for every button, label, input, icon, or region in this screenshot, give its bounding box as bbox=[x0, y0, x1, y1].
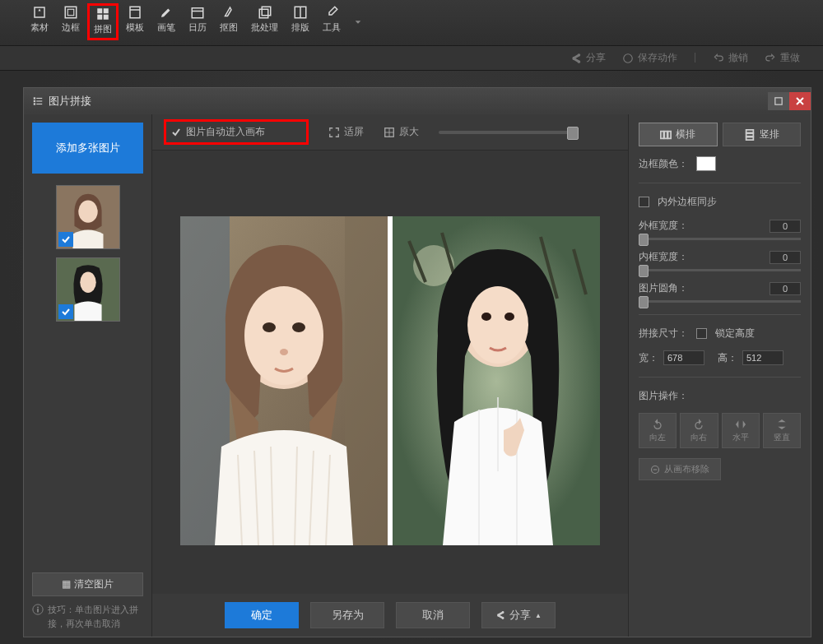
vertical-icon bbox=[744, 129, 756, 141]
image-op-buttons: 向左 向右 水平 竖直 bbox=[639, 413, 801, 448]
horizontal-icon bbox=[660, 129, 672, 141]
svg-rect-17 bbox=[36, 98, 42, 99]
outer-width-row: 外框宽度： 0 bbox=[639, 219, 801, 240]
dialog-titlebar: 图片拼接 bbox=[24, 88, 811, 114]
svg-rect-9 bbox=[192, 8, 203, 18]
save-action[interactable]: 保存动作 bbox=[622, 51, 677, 65]
sync-border-row[interactable]: 内外边框同步 bbox=[639, 195, 801, 209]
inner-width-value[interactable]: 0 bbox=[770, 251, 801, 264]
svg-rect-5 bbox=[97, 15, 102, 20]
inner-width-row: 内框宽度： 0 bbox=[639, 250, 801, 271]
auto-enter-checkbox[interactable]: 图片自动进入画布 bbox=[164, 119, 309, 145]
svg-rect-22 bbox=[775, 98, 782, 104]
share-icon bbox=[570, 53, 582, 64]
svg-rect-16 bbox=[34, 97, 35, 99]
corner-row: 图片圆角： 0 bbox=[639, 281, 801, 303]
remove-from-canvas-button[interactable]: 从画布移除 bbox=[639, 458, 721, 480]
svg-rect-53 bbox=[746, 133, 753, 137]
canvas-area[interactable] bbox=[152, 151, 628, 594]
rotate-left-button[interactable]: 向左 bbox=[639, 413, 677, 448]
tool-dropdown[interactable] bbox=[348, 3, 368, 40]
undo-icon bbox=[713, 53, 724, 64]
corner-value[interactable]: 0 bbox=[770, 282, 801, 295]
vertical-tab[interactable]: 竖排 bbox=[723, 123, 802, 146]
save-as-button[interactable]: 另存为 bbox=[310, 602, 384, 628]
inner-width-slider[interactable] bbox=[639, 269, 801, 271]
close-button[interactable] bbox=[789, 92, 811, 110]
flip-h-icon bbox=[734, 418, 747, 431]
tool-calendar[interactable]: 日历 bbox=[183, 3, 212, 40]
sync-checkbox[interactable] bbox=[639, 197, 649, 207]
rotate-right-button[interactable]: 向右 bbox=[680, 413, 718, 448]
tool-cutout[interactable]: 抠图 bbox=[214, 3, 244, 40]
canvas-toolbar: 图片自动进入画布 适屏 原大 bbox=[152, 114, 628, 151]
tool-template[interactable]: 模板 bbox=[120, 3, 150, 40]
share-icon bbox=[495, 610, 505, 620]
svg-point-42 bbox=[280, 349, 288, 355]
svg-rect-3 bbox=[97, 8, 102, 13]
border-color-row: 边框颜色： bbox=[639, 156, 801, 171]
svg-rect-11 bbox=[259, 9, 268, 18]
canvas-content bbox=[180, 216, 600, 545]
maximize-button[interactable] bbox=[768, 92, 789, 110]
svg-rect-18 bbox=[34, 100, 35, 102]
height-input[interactable] bbox=[742, 350, 783, 365]
canvas-image-1[interactable] bbox=[180, 216, 388, 545]
check-icon bbox=[171, 127, 181, 137]
clear-images-button[interactable]: ▦清空图片 bbox=[32, 572, 143, 596]
thumbnail-item[interactable] bbox=[56, 257, 120, 322]
info-icon bbox=[32, 604, 44, 615]
undo-action[interactable]: 撤销 bbox=[713, 51, 748, 65]
center-panel: 图片自动进入画布 适屏 原大 bbox=[152, 114, 628, 637]
outer-width-slider[interactable] bbox=[639, 238, 801, 240]
tool-layout[interactable]: 排版 bbox=[286, 3, 315, 40]
tool-tools[interactable]: 工具 bbox=[317, 3, 346, 40]
canvas-image-2[interactable] bbox=[393, 216, 600, 545]
svg-rect-6 bbox=[104, 15, 109, 20]
border-color-swatch[interactable] bbox=[696, 156, 716, 171]
svg-rect-50 bbox=[665, 131, 668, 138]
horizontal-tab[interactable]: 横排 bbox=[639, 123, 718, 146]
share-action[interactable]: 分享 bbox=[570, 51, 606, 65]
size-inputs: 宽： 高： bbox=[639, 350, 801, 365]
tool-frame[interactable]: 边框 bbox=[56, 3, 86, 40]
tool-material[interactable]: 素材 bbox=[25, 3, 54, 40]
sub-toolbar: 分享 保存动作 | 撤销 重做 bbox=[0, 46, 823, 71]
dialog-title: 图片拼接 bbox=[49, 94, 91, 109]
width-input[interactable] bbox=[663, 350, 704, 365]
original-size-button[interactable]: 原大 bbox=[384, 125, 419, 139]
ok-button[interactable]: 确定 bbox=[225, 602, 299, 628]
svg-rect-1 bbox=[65, 7, 77, 18]
thumbnail-item[interactable] bbox=[56, 185, 120, 249]
redo-icon bbox=[765, 53, 776, 64]
tool-collage[interactable]: 拼图 bbox=[87, 3, 119, 40]
flip-h-button[interactable]: 水平 bbox=[722, 413, 760, 448]
check-icon bbox=[58, 232, 73, 247]
flip-v-icon bbox=[775, 418, 788, 431]
svg-point-30 bbox=[37, 607, 39, 609]
tool-brush[interactable]: 画笔 bbox=[151, 3, 181, 40]
add-images-button[interactable]: 添加多张图片 bbox=[32, 123, 143, 174]
flip-v-button[interactable]: 竖直 bbox=[763, 413, 801, 448]
tool-batch[interactable]: 批处理 bbox=[245, 3, 284, 40]
lock-height-checkbox[interactable] bbox=[696, 328, 707, 339]
svg-rect-31 bbox=[37, 609, 39, 612]
share-button[interactable]: 分享 ▲ bbox=[481, 602, 556, 628]
left-panel: 添加多张图片 bbox=[24, 114, 152, 637]
image-ops-label: 图片操作： bbox=[639, 389, 801, 403]
zoom-slider[interactable] bbox=[439, 131, 579, 134]
svg-point-48 bbox=[504, 313, 514, 321]
redo-action[interactable]: 重做 bbox=[765, 51, 800, 65]
svg-point-41 bbox=[292, 322, 305, 332]
svg-point-15 bbox=[624, 53, 633, 63]
svg-point-46 bbox=[467, 286, 528, 364]
tip-text: 技巧：单击图片进入拼接，再次单击取消 bbox=[32, 603, 143, 637]
save-icon bbox=[622, 53, 634, 64]
rotate-right-icon bbox=[692, 418, 705, 431]
svg-rect-51 bbox=[668, 131, 672, 138]
outer-width-value[interactable]: 0 bbox=[770, 220, 801, 233]
corner-slider[interactable] bbox=[639, 300, 801, 303]
fit-screen-button[interactable]: 适屏 bbox=[328, 125, 364, 139]
cancel-button[interactable]: 取消 bbox=[396, 602, 470, 628]
remove-icon bbox=[650, 465, 660, 475]
